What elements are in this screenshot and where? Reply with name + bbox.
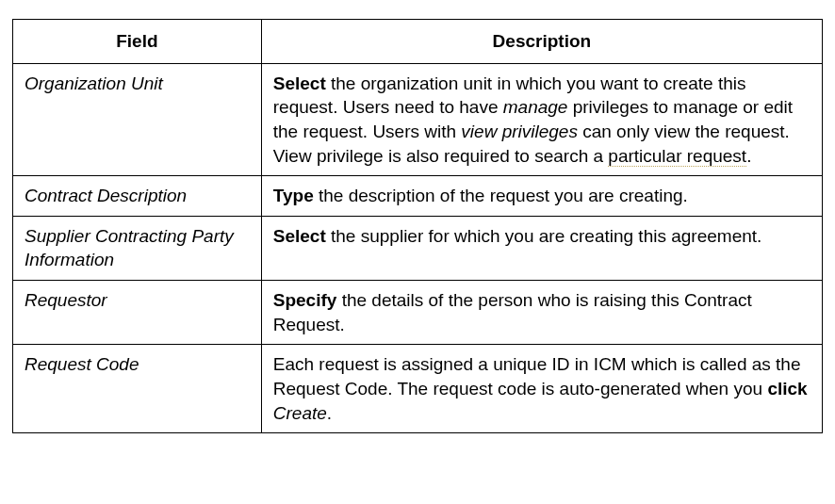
description-text: the description of the request you are c… [314,186,688,205]
header-field: Field [13,20,262,64]
description-text: . [327,403,332,423]
action-word: Specify [273,290,337,310]
description-text: the supplier for which you are creating … [326,226,762,246]
field-name-cell: Requestor [13,281,262,345]
header-description: Description [261,20,822,64]
table-row: Contract Description Type the descriptio… [13,176,823,217]
table-row: Request Code Each request is assigned a … [13,345,823,433]
description-text: the details of the person who is raising… [273,290,752,334]
field-description-cell: Select the organization unit in which yo… [261,63,822,176]
action-word: Select [273,73,326,93]
emphasis-text: manage [503,97,568,117]
field-description-cell: Select the supplier for which you are cr… [261,216,822,280]
field-description-cell: Each request is assigned a unique ID in … [261,345,822,433]
field-description-table: Field Description Organization Unit Sele… [12,19,823,433]
field-name-cell: Request Code [13,345,262,433]
description-text: Each request is assigned a unique ID in … [273,354,801,398]
field-name-cell: Contract Description [13,176,262,217]
table-header-row: Field Description [13,20,823,64]
action-word: click [767,379,807,398]
action-word: Select [273,226,326,246]
field-description-cell: Specify the details of the person who is… [261,281,822,345]
field-description-cell: Type the description of the request you … [261,176,822,217]
field-name-cell: Organization Unit [13,63,262,176]
emphasis-text: view privileges [461,122,578,141]
table-row: Organization Unit Select the organizatio… [13,63,823,176]
description-text: . [746,146,751,166]
table-row: Requestor Specify the details of the per… [13,281,823,345]
action-word: Type [273,186,314,205]
highlighted-text: particular request [608,146,746,167]
field-name-cell: Supplier Contracting Party Information [13,216,262,280]
emphasis-text: Create [273,403,327,423]
table-row: Supplier Contracting Party Information S… [13,216,823,280]
